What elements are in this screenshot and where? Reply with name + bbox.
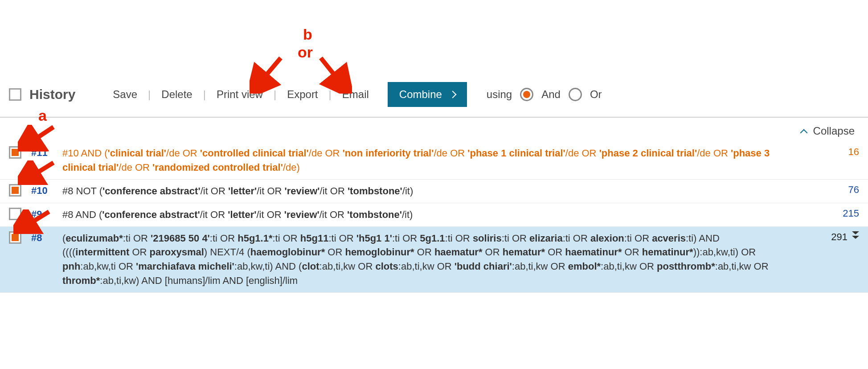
query-segment: :ti OR	[563, 233, 590, 244]
query-segment: hemoglobinur*	[345, 246, 414, 258]
query-segment: OR	[482, 246, 502, 258]
delete-action[interactable]: Delete	[160, 88, 194, 101]
query-segment: acveris	[652, 233, 686, 244]
history-title: History	[29, 87, 75, 102]
query-segment: :ti OR	[328, 233, 356, 244]
row-count[interactable]: 291	[806, 231, 859, 243]
query-segment: /de OR	[697, 148, 731, 159]
query-segment: 'budd chiari'	[454, 261, 512, 272]
query-segment: intermittent	[75, 246, 129, 258]
query-segment: h5g1.1*	[237, 233, 272, 244]
query-segment: postthromb*	[657, 261, 715, 272]
separator: |	[320, 88, 340, 101]
query-segment: 'letter'	[228, 209, 256, 220]
query-segment: paroxysmal	[150, 246, 204, 258]
and-radio[interactable]	[520, 88, 533, 101]
query-segment: 'tombstone'	[348, 185, 402, 197]
print-view-action[interactable]: Print view	[215, 88, 265, 101]
row-query[interactable]: #10 AND ('clinical trial'/de OR 'control…	[62, 146, 806, 175]
row-id[interactable]: #9	[31, 208, 62, 220]
combine-label: Combine	[399, 88, 442, 101]
collapse-toggle[interactable]: Collapse	[0, 118, 868, 142]
query-segment: :ab,ti,kw OR	[512, 261, 568, 272]
query-segment: hematinur*	[642, 246, 693, 258]
row-count[interactable]: 215	[806, 208, 859, 219]
email-action[interactable]: Email	[340, 88, 371, 101]
row-id[interactable]: #8	[31, 231, 62, 244]
query-segment: 5g1.1	[420, 233, 445, 244]
query-segment: 'conference abstract'	[102, 209, 200, 220]
query-segment: 'non inferiority trial'	[343, 148, 434, 159]
query-segment: /de OR	[119, 162, 152, 173]
query-segment: /it OR	[201, 185, 228, 197]
query-segment: 'review'	[285, 185, 320, 197]
row-query[interactable]: (eculizumab*:ti OR '219685 50 4':ti OR h…	[62, 231, 806, 288]
query-segment: /it OR	[320, 185, 348, 197]
query-segment: /de OR	[166, 148, 200, 159]
query-segment: OR	[325, 246, 345, 258]
query-segment: h5g11	[300, 233, 329, 244]
or-radio[interactable]	[569, 88, 582, 101]
query-segment: 'clinical trial'	[108, 148, 167, 159]
row-count[interactable]: 16	[806, 146, 859, 158]
row-id[interactable]: #10	[31, 184, 62, 197]
collapse-label: Collapse	[813, 125, 855, 137]
query-segment: /de OR	[309, 148, 343, 159]
query-segment: #10 AND (	[62, 148, 108, 159]
row-id[interactable]: #11	[31, 146, 62, 159]
row-checkbox[interactable]	[9, 146, 21, 159]
query-segment: :ab,kw,ti) AND (	[234, 261, 302, 272]
query-segment: #8 NOT (	[62, 185, 102, 197]
and-label: And	[541, 88, 561, 101]
query-segment: alexion	[590, 233, 624, 244]
history-row: #9#8 AND ('conference abstract'/it OR 'l…	[0, 203, 868, 227]
query-segment: ) NEXT/4 (	[204, 246, 250, 258]
query-segment: /de OR	[565, 148, 599, 159]
row-query[interactable]: #8 NOT ('conference abstract'/it OR 'let…	[62, 184, 806, 198]
query-segment: haematinur*	[565, 246, 622, 258]
query-segment: :ti OR	[502, 233, 529, 244]
query-segment: '219685 50 4'	[151, 233, 210, 244]
query-segment: /it OR	[257, 185, 284, 197]
query-segment: #8 AND (	[62, 209, 102, 220]
query-segment: 'controlled clinical trial'	[200, 148, 309, 159]
query-segment: 'conference abstract'	[102, 185, 201, 197]
expand-icon[interactable]	[852, 231, 859, 239]
save-action[interactable]: Save	[111, 88, 139, 101]
query-segment: soliris	[473, 233, 502, 244]
row-count-value: 16	[848, 146, 859, 158]
history-row: #8(eculizumab*:ti OR '219685 50 4':ti OR…	[0, 227, 868, 293]
query-segment: 'review'	[284, 209, 319, 220]
query-segment: 'phase 2 clinical trial'	[599, 148, 697, 159]
row-checkbox[interactable]	[9, 231, 21, 244]
combine-button[interactable]: Combine	[388, 82, 467, 107]
query-segment: 'h5g1 1'	[356, 233, 392, 244]
chevron-right-icon	[449, 91, 456, 98]
row-checkbox[interactable]	[9, 208, 21, 220]
query-segment: OR	[622, 246, 642, 258]
query-segment: :ti OR	[210, 233, 237, 244]
export-action[interactable]: Export	[285, 88, 319, 101]
annotation-or-label: or	[298, 44, 313, 61]
query-segment: :ti OR	[624, 233, 652, 244]
query-segment: hematur*	[503, 246, 545, 258]
query-segment: :ab,ti,kw) AND [humans]/lim AND [english…	[100, 275, 298, 286]
query-segment: /de)	[283, 162, 300, 173]
query-segment: 'tombstone'	[347, 209, 402, 220]
row-count[interactable]: 76	[806, 184, 859, 196]
row-checkbox[interactable]	[9, 184, 21, 197]
history-row: #11#10 AND ('clinical trial'/de OR 'cont…	[0, 142, 868, 180]
select-all-checkbox[interactable]	[9, 88, 21, 101]
query-segment: OR	[545, 246, 565, 258]
query-segment: /de OR	[434, 148, 467, 159]
row-query[interactable]: #8 AND ('conference abstract'/it OR 'let…	[62, 208, 806, 222]
query-segment: /it)	[402, 185, 413, 197]
query-segment: 'randomized controlled trial'	[152, 162, 283, 173]
query-segment: eculizumab*	[66, 233, 123, 244]
history-row: #10#8 NOT ('conference abstract'/it OR '…	[0, 180, 868, 203]
query-segment: /it)	[402, 209, 413, 220]
query-segment: :ti OR	[272, 233, 300, 244]
query-segment: thromb*	[62, 275, 100, 286]
query-segment: /it OR	[319, 209, 347, 220]
separator: |	[139, 88, 160, 101]
